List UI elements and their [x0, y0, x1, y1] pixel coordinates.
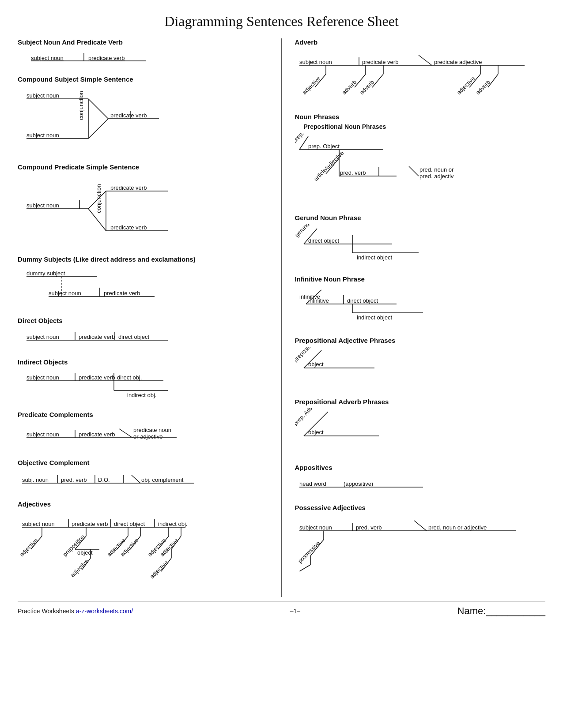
svg-text:predicate verb: predicate verb [110, 224, 147, 231]
svg-line-59 [132, 475, 140, 483]
section-possessive: Possessive Adjectives subject noun pred.… [295, 504, 546, 573]
svg-text:dummy subject: dummy subject [26, 270, 65, 277]
svg-text:possessive: possessive [296, 540, 321, 564]
section-title-dummy-subjects: Dummy Subjects (Like direct address and … [18, 255, 272, 263]
diagram-prep-adv: prep. Adverb object [295, 408, 427, 452]
svg-text:or adjective: or adjective [133, 433, 162, 440]
diagram-dummy-subjects: dummy subject subject noun predicate ver… [18, 266, 168, 305]
svg-text:subj. noun: subj. noun [22, 477, 49, 483]
section-title-prep-adv: Prepositional Adverb Phrases [295, 398, 546, 405]
section-compound-predicate: Compound Predicate Simple Sentence subje… [18, 163, 272, 246]
diagram-adjectives: subject noun predicate verb direct objec… [18, 510, 208, 585]
section-prep-adj: Prepositional Adjective Phrases preposit… [295, 337, 546, 388]
diagram-subject-predicate: subject noun predicate verb [18, 49, 168, 64]
diagram-predicate-complements: subject noun predicate verb predicate no… [18, 421, 185, 447]
svg-line-108 [372, 74, 383, 87]
section-dummy-subjects: Dummy Subjects (Like direct address and … [18, 255, 272, 307]
svg-text:direct object: direct object [118, 334, 149, 340]
section-title-gerund: Gerund Noun Phrase [295, 214, 546, 221]
diagram-objective-complement: subj. noun pred. verb D.O. obj. compleme… [18, 469, 203, 489]
svg-text:predicate verb: predicate verb [79, 374, 115, 381]
section-sub-noun-phrases: Prepositional Noun Phrases [295, 123, 546, 130]
section-title-noun-phrases: Noun Phrases [295, 113, 546, 120]
svg-text:gerund: gerund [295, 224, 311, 238]
diagram-direct-objects: subject noun predicate verb direct objec… [18, 327, 177, 347]
diagram-indirect-objects: subject noun predicate verb direct obj. … [18, 368, 177, 399]
svg-text:pred. verb: pred. verb [61, 477, 87, 483]
svg-text:indirect object: indirect object [357, 254, 393, 261]
svg-text:adverb: adverb [358, 79, 375, 96]
svg-text:subject noun: subject noun [299, 59, 332, 65]
section-adjectives: Adjectives subject noun predicate verb d… [18, 500, 272, 587]
svg-text:predicate verb: predicate verb [104, 290, 140, 296]
section-title-subject-predicate: Subject Noun And Predicate Verb [18, 38, 272, 46]
svg-text:adjective: adjective [301, 75, 321, 96]
svg-text:adjective: adjective [69, 558, 90, 578]
svg-text:predicate verb: predicate verb [79, 431, 115, 438]
svg-text:predicate verb: predicate verb [110, 184, 147, 191]
svg-text:indirect obj.: indirect obj. [127, 392, 156, 398]
section-compound-subject: Compound Subject Simple Sentence subject… [18, 75, 272, 154]
svg-line-130 [409, 166, 419, 176]
diagram-possessive: subject noun pred. verb pred. noun or ad… [295, 514, 525, 571]
svg-text:subject noun: subject noun [26, 334, 59, 340]
svg-text:subject noun: subject noun [22, 521, 55, 527]
svg-line-50 [119, 429, 132, 438]
svg-text:D.O.: D.O. [98, 477, 110, 483]
section-indirect-objects: Indirect Objects subject noun predicate … [18, 358, 272, 401]
section-predicate-complements: Predicate Complements subject noun predi… [18, 411, 272, 449]
section-title-infinitive: Infinitive Noun Phrase [295, 275, 546, 283]
section-title-predicate-complements: Predicate Complements [18, 411, 272, 418]
footer-link[interactable]: a-z-worksheets.com/ [76, 608, 133, 615]
section-title-objective-complement: Objective Complement [18, 459, 272, 466]
diagram-adverb: subject noun predicate verb predicate ad… [295, 49, 533, 101]
svg-text:pred. noun or adjective: pred. noun or adjective [428, 524, 487, 531]
svg-text:subject noun: subject noun [26, 132, 59, 139]
footer-page: –1– [290, 608, 300, 615]
section-subject-predicate: Subject Noun And Predicate Verb subject … [18, 38, 272, 66]
svg-line-100 [419, 55, 432, 65]
section-infinitive: Infinitive Noun Phrase infinitive infini… [295, 275, 546, 327]
svg-text:subject noun: subject noun [26, 431, 59, 438]
svg-text:predicate verb: predicate verb [110, 112, 147, 119]
svg-text:conjunction: conjunction [78, 91, 84, 120]
svg-text:predicate noun: predicate noun [133, 427, 171, 433]
diagram-appositives: head word (appositive) [295, 474, 436, 492]
diagram-compound-predicate: subject noun predicate verb predicate ve… [18, 173, 185, 244]
section-title-adverb: Adverb [295, 38, 546, 46]
footer-practice-label: Practice Worksheets [18, 608, 74, 615]
svg-text:prep.: prep. [295, 132, 305, 144]
svg-text:object: object [308, 361, 324, 368]
svg-text:direct object: direct object [308, 237, 339, 244]
svg-text:object: object [308, 429, 324, 435]
section-title-adjectives: Adjectives [18, 500, 272, 508]
section-prep-adv: Prepositional Adverb Phrases prep. Adver… [295, 398, 546, 454]
svg-line-171 [299, 565, 310, 571]
svg-text:infinitive: infinitive [308, 297, 329, 304]
svg-text:subject noun: subject noun [26, 374, 59, 381]
section-title-possessive: Possessive Adjectives [295, 504, 546, 511]
svg-line-8 [88, 99, 108, 119]
svg-text:subject noun: subject noun [26, 92, 59, 99]
section-title-compound-predicate: Compound Predicate Simple Sentence [18, 163, 272, 171]
footer: Practice Worksheets a-z-worksheets.com/ … [18, 601, 545, 617]
section-title-prep-adj: Prepositional Adjective Phrases [295, 337, 546, 344]
svg-text:predicate verb: predicate verb [72, 521, 108, 527]
diagram-gerund: gerund direct object indirect object [295, 224, 463, 264]
svg-text:article/adjective: article/adjective [312, 150, 345, 182]
svg-text:predicate verb: predicate verb [362, 59, 398, 65]
svg-text:prep. Object: prep. Object [308, 143, 340, 150]
section-title-appositives: Appositives [295, 464, 546, 471]
page-title: Diagramming Sentences Reference Sheet [18, 13, 545, 30]
section-title-compound-subject: Compound Subject Simple Sentence [18, 75, 272, 83]
svg-text:subject noun: subject noun [26, 202, 59, 209]
footer-name-label: Name:___________ [457, 605, 545, 617]
section-adverb: Adverb subject noun predicate verb predi… [295, 38, 546, 103]
svg-text:pred. verb: pred. verb [340, 169, 366, 176]
svg-text:adjective: adjective [149, 559, 170, 580]
svg-text:direct obj.: direct obj. [117, 374, 142, 381]
svg-text:(appositive): (appositive) [344, 480, 373, 487]
diagram-prep-adj: preposition object [295, 347, 427, 387]
diagram-compound-subject: subject noun subject noun conjunction pr… [18, 86, 168, 152]
svg-text:pred. adjective: pred. adjective [419, 173, 454, 180]
